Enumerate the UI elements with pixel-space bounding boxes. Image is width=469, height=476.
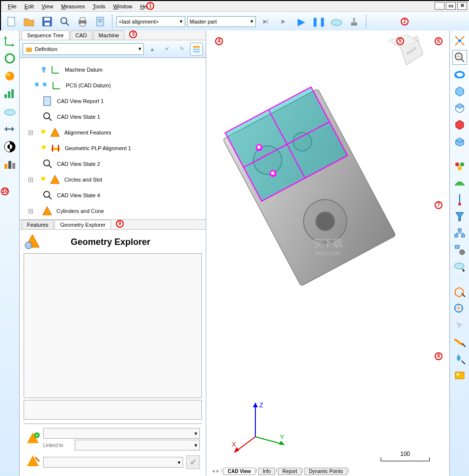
surface-cursor-icon[interactable] [452,335,467,349]
open-button[interactable] [22,14,37,29]
report-button[interactable] [92,14,108,29]
menu-edit[interactable]: Edit [21,2,38,10]
search-button[interactable] [57,14,73,29]
tree-item[interactable]: CAD View State 1 [22,109,204,125]
annot-4: 4 [215,37,223,45]
tab-geometry-explorer[interactable]: Geometry Explorer [55,220,110,229]
sphere-orange-icon[interactable] [2,69,17,83]
new-button[interactable] [4,14,20,29]
view-tab-dynamic[interactable]: Dynamic Points [304,468,347,475]
minimize-button[interactable]: _ [435,2,444,10]
tab-cad[interactable]: CAD [70,30,92,40]
menu-window[interactable]: Window [109,2,136,10]
svg-point-51 [41,177,45,181]
svg-line-43 [49,118,52,121]
board-orange-icon[interactable] [452,368,467,383]
tree-item[interactable]: + Alignment Features [22,125,204,140]
axes-icon[interactable] [2,33,17,48]
tab-machine[interactable]: Machine [93,30,125,40]
tab-sequence-tree[interactable]: Sequence Tree [22,30,69,40]
svg-rect-2 [44,18,50,21]
tree-item[interactable]: PCS (CAD Datum) [22,78,204,93]
ge-combo-linked[interactable]: ▾ [75,440,200,450]
funnel-icon[interactable] [452,209,467,224]
box-blue-icon[interactable] [452,83,467,98]
ge-list-lower[interactable] [24,400,202,420]
box-red-icon[interactable] [452,117,467,132]
save-button[interactable] [39,14,55,29]
zoom-target-icon[interactable] [452,50,467,65]
edit-button[interactable]: ✎ [175,43,188,55]
points-rgb-icon[interactable] [452,159,467,174]
svg-rect-81 [455,245,459,248]
box-cursor-icon[interactable] [452,285,467,299]
svg-rect-7 [80,18,85,21]
svg-point-19 [6,73,10,76]
network-icon[interactable] [452,226,467,240]
menu-file[interactable]: File [4,2,21,10]
expand-icon[interactable]: + [28,131,33,135]
definition-dropdown[interactable]: Definition▾ [23,43,144,55]
apply-check-icon[interactable]: ✔ [186,455,200,469]
sequence-toolbar: Definition▾ ▲ ✔ ✎ [20,40,206,58]
machine-button[interactable] [346,14,362,29]
close-button[interactable]: ✕ [457,2,467,10]
svg-rect-3 [45,23,50,26]
expand-icon[interactable]: + [28,178,33,182]
tab-features[interactable]: Features [22,220,54,229]
cloud-icon[interactable] [2,104,17,119]
ge-combo-2[interactable]: ▾ [43,457,183,468]
edit-feature-icon[interactable] [26,454,40,470]
expand-icon[interactable]: + [28,209,33,213]
svg-text:Z: Z [259,401,263,409]
cad-viewport[interactable]: 4 5 6 7 8 RIGHT ✱ ✱ 安下载anxz.com [206,30,449,476]
view-tab-info[interactable]: Info [258,468,276,475]
target-cursor-icon[interactable] [452,301,467,316]
circle-green-icon[interactable] [2,51,17,66]
play-grey-button[interactable]: ▶ [276,14,291,29]
tree-item[interactable]: Machine Datum [22,62,204,78]
menu-measures[interactable]: Measures [57,2,88,10]
alignment-dropdown[interactable]: <last alignment>▾ [116,16,185,27]
tree-item[interactable]: CAD View State 2 [22,156,204,172]
menu-view[interactable]: View [38,2,57,10]
list-button[interactable] [190,43,203,55]
tree-item[interactable]: Geometric PLP Alignment 1 [22,140,204,156]
pause-button[interactable]: ❚❚ [311,14,327,29]
box-top-icon[interactable] [452,100,467,115]
drop-cursor-icon[interactable] [452,351,467,366]
maximize-button[interactable]: ▭ [446,2,456,10]
bulb-icon [34,82,39,89]
gear-net-icon[interactable] [452,242,467,257]
fit-icon[interactable] [452,33,467,48]
bar-orange-icon[interactable] [2,157,17,172]
chart-green-icon[interactable] [2,86,17,101]
up-button[interactable]: ▲ [146,43,159,55]
caliper-icon[interactable] [2,122,17,136]
box-open-icon[interactable] [452,133,467,148]
cursor-grey-icon[interactable] [452,318,467,333]
rotate-icon[interactable] [452,67,467,81]
tree-item[interactable]: CAD View Report 1 [22,93,204,109]
print-button[interactable] [75,14,90,29]
ge-combo-1[interactable]: ▾ [43,428,200,439]
menu-tools[interactable]: Tools [89,2,110,10]
skip-prev-button[interactable]: ▶| [258,14,274,29]
play-button[interactable]: ▶ [293,14,309,29]
target-bw-icon[interactable] [2,139,17,154]
tree-item[interactable]: CAD View State 4 [22,187,204,203]
ge-list-upper[interactable] [24,253,202,398]
surface-green-icon[interactable] [452,176,467,190]
add-feature-icon[interactable]: + [26,431,40,447]
cloud-button[interactable] [329,14,344,29]
tree-item[interactable]: + Circles and Slot [22,172,204,187]
view-tab-cad[interactable]: CAD View [223,468,255,475]
linked-to-label: Linked to [43,443,73,448]
tree-item[interactable]: + Cylinders and Cone [22,203,204,219]
view-tab-report[interactable]: Report [278,468,302,475]
sequence-tree[interactable]: Machine Datum PCS (CAD Datum) CAD View R… [20,58,206,220]
probe-red-icon[interactable] [452,192,467,207]
check-button[interactable]: ✔ [161,43,173,55]
part-dropdown[interactable]: Master part▾ [187,16,256,27]
cloud-cursor-icon[interactable] [452,259,467,274]
